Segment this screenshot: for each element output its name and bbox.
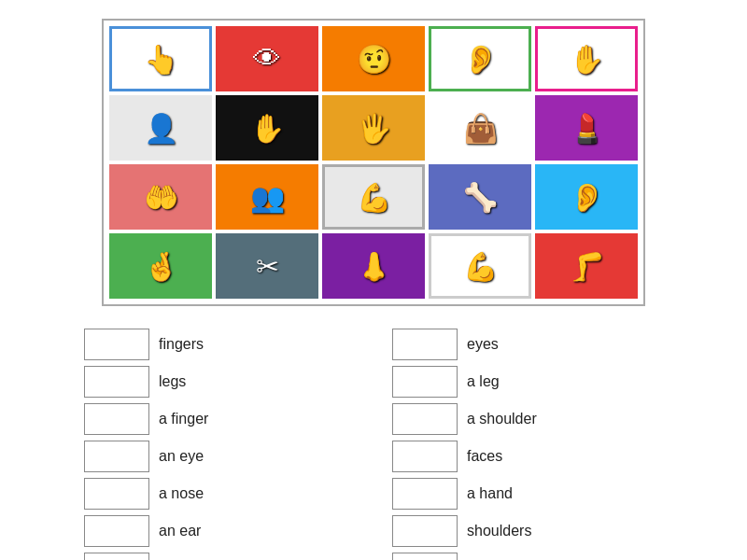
grid-icon-12: 💪 (357, 181, 391, 214)
left-match-box-5[interactable] (84, 515, 149, 547)
grid-cell-16[interactable]: ✂ (216, 233, 318, 299)
right-match-box-6[interactable] (392, 553, 458, 560)
right-match-box-1[interactable] (392, 366, 458, 398)
grid-cell-7[interactable]: 🖐 (322, 95, 425, 161)
match-row: ears (84, 553, 355, 560)
match-row: a nose (84, 478, 355, 510)
grid-cell-6[interactable]: ✋ (216, 95, 318, 161)
match-row: legs (84, 366, 355, 398)
left-match-label-5: an ear (159, 523, 201, 539)
grid-cell-13[interactable]: 🦴 (429, 164, 531, 230)
grid-icon-0: 👆 (144, 43, 178, 76)
match-row: a leg (392, 366, 663, 398)
right-match-label-0: eyes (467, 336, 499, 353)
left-match-box-2[interactable] (84, 403, 149, 435)
grid-icon-1: 👁 (253, 43, 281, 75)
grid-cell-5[interactable]: 👤 (109, 95, 212, 161)
grid-cell-10[interactable]: 🤲 (109, 164, 212, 230)
left-match-label-2: a finger (159, 411, 208, 427)
image-grid: 👆👁🤨👂✋👤✋🖐👜💄🤲👥💪🦴👂🤞✂👃💪🦵 (102, 19, 645, 306)
grid-icon-16: ✂ (256, 250, 279, 283)
grid-icon-5: 👤 (144, 112, 178, 145)
grid-icon-9: 💄 (570, 112, 604, 145)
left-match-box-0[interactable] (84, 329, 149, 360)
grid-cell-4[interactable]: ✋ (535, 26, 638, 91)
match-row: shoulders (392, 515, 663, 547)
grid-cell-8[interactable]: 👜 (429, 95, 531, 161)
grid-icon-15: 🤞 (144, 250, 178, 283)
grid-cell-15[interactable]: 🤞 (109, 233, 212, 299)
grid-cell-1[interactable]: 👁 (216, 26, 318, 91)
left-match-label-0: fingers (159, 336, 204, 353)
grid-cell-3[interactable]: 👂 (429, 26, 531, 91)
left-match-label-1: legs (159, 373, 186, 390)
right-match-box-2[interactable] (392, 403, 458, 435)
left-match-label-4: a nose (159, 485, 204, 502)
left-match-box-3[interactable] (84, 441, 149, 472)
grid-icon-17: 👃 (357, 250, 391, 283)
left-match-box-6[interactable] (84, 553, 149, 560)
grid-icon-18: 💪 (463, 250, 498, 283)
grid-icon-3: 👂 (463, 43, 498, 76)
grid-icon-19: 🦵 (570, 250, 604, 283)
match-row: a shoulder (392, 403, 663, 435)
grid-cell-11[interactable]: 👥 (216, 164, 318, 230)
right-match-label-4: a hand (467, 485, 513, 502)
right-match-label-3: faces (467, 448, 502, 465)
grid-icon-8: 👜 (463, 112, 498, 145)
grid-icon-7: 🖐 (357, 112, 391, 145)
grid-cell-0[interactable]: 👆 (109, 26, 212, 91)
right-match-box-0[interactable] (392, 329, 458, 360)
right-match-box-5[interactable] (392, 515, 458, 547)
right-match-column: eyesa lega shoulderfacesa handshoulderse… (392, 329, 663, 560)
grid-cell-12[interactable]: 💪 (322, 164, 425, 230)
match-row: fingers (84, 329, 355, 360)
grid-cell-14[interactable]: 👂 (535, 164, 638, 230)
matching-section: fingerslegsa fingeran eyea nosean earear… (84, 329, 663, 560)
grid-icon-6: ✋ (250, 112, 285, 145)
grid-icon-2: 🤨 (357, 43, 391, 76)
left-match-label-3: an eye (159, 448, 204, 465)
grid-icon-4: ✋ (570, 43, 604, 76)
match-row: an ear (84, 515, 355, 547)
left-match-box-1[interactable] (84, 366, 149, 398)
grid-cell-17[interactable]: 👃 (322, 233, 425, 299)
grid-cell-9[interactable]: 💄 (535, 95, 638, 161)
match-row: eyebrows (392, 553, 663, 560)
grid-icon-14: 👂 (570, 181, 604, 214)
right-match-box-3[interactable] (392, 441, 458, 472)
grid-icon-13: 🦴 (463, 181, 498, 214)
grid-icon-11: 👥 (250, 181, 285, 214)
right-match-label-2: a shoulder (467, 411, 537, 427)
right-match-box-4[interactable] (392, 478, 458, 510)
right-match-label-5: shoulders (467, 523, 531, 539)
left-match-box-4[interactable] (84, 478, 149, 510)
grid-cell-18[interactable]: 💪 (429, 233, 531, 299)
match-row: an eye (84, 441, 355, 472)
right-match-label-1: a leg (467, 373, 500, 390)
match-row: a finger (84, 403, 355, 435)
match-row: faces (392, 441, 663, 472)
grid-icon-10: 🤲 (144, 181, 178, 214)
match-row: eyes (392, 329, 663, 360)
left-match-column: fingerslegsa fingeran eyea nosean earear… (84, 329, 355, 560)
grid-cell-2[interactable]: 🤨 (322, 26, 425, 91)
grid-cell-19[interactable]: 🦵 (535, 233, 638, 299)
match-row: a hand (392, 478, 663, 510)
